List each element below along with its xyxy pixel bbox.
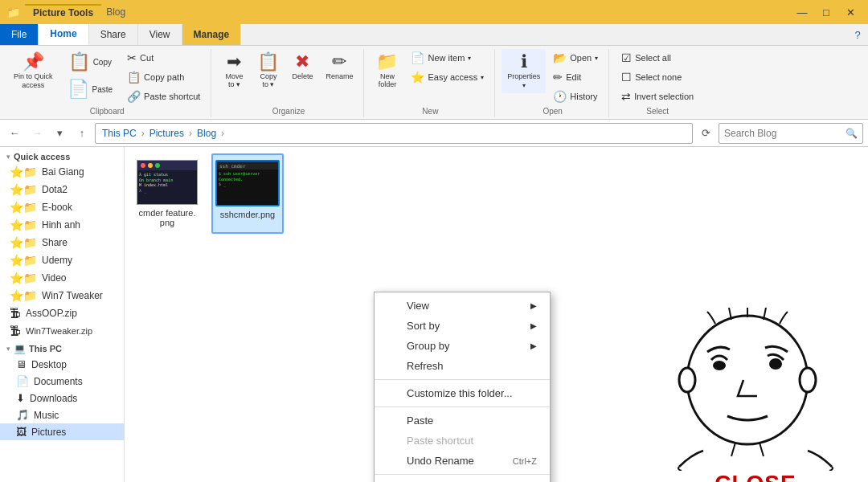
file-assoop-icon: 🗜 bbox=[10, 307, 21, 320]
cmder-filename: cmder feature.png bbox=[137, 208, 197, 227]
folder-udemy-icon: ⭐📁 bbox=[10, 254, 37, 267]
back-button[interactable]: ← bbox=[5, 124, 24, 143]
rename-button[interactable]: ✏ Rename bbox=[320, 49, 358, 84]
close-button[interactable]: ✕ bbox=[839, 4, 862, 20]
breadcrumb-this-pc[interactable]: This PC bbox=[102, 128, 137, 139]
properties-button[interactable]: ℹ Properties ▾ bbox=[502, 49, 546, 93]
tab-manage[interactable]: Manage bbox=[182, 24, 242, 45]
new-item-button[interactable]: 📄 New item ▾ bbox=[405, 49, 489, 67]
quick-access-header[interactable]: ▾ Quick access bbox=[0, 150, 124, 163]
svg-line-5 bbox=[731, 443, 735, 456]
sidebar-item-udemy[interactable]: ⭐📁 Udemy bbox=[0, 251, 124, 269]
files-container: λ git status On branch main M index.html… bbox=[131, 153, 862, 234]
this-pc-header[interactable]: ▾ 💻 This PC bbox=[0, 340, 124, 356]
select-none-button[interactable]: ☐ Select none bbox=[616, 68, 699, 86]
forward-button[interactable]: → bbox=[27, 124, 47, 143]
tab-home[interactable]: Home bbox=[39, 24, 88, 45]
pin-quick-access-button[interactable]: 📌 Pin to Quickaccess bbox=[8, 49, 59, 94]
sidebar-item-baigiang[interactable]: ⭐📁 Bai Giang bbox=[0, 163, 124, 181]
copy-to-button[interactable]: 📋 Copyto ▾ bbox=[252, 49, 285, 92]
paste-button[interactable]: 📄 Paste bbox=[60, 76, 121, 102]
sidebar-item-share[interactable]: ⭐📁 Share bbox=[0, 234, 124, 251]
copy-path-button[interactable]: 📋 Copy path bbox=[121, 68, 206, 86]
sidebar-item-hinhanh[interactable]: ⭐📁 Hinh anh bbox=[0, 216, 124, 234]
maximize-button[interactable]: □ bbox=[815, 4, 837, 20]
ctx-cmder-here[interactable]: A Cmder Here bbox=[375, 478, 550, 482]
ctx-sort-by[interactable]: Sort by ▶ bbox=[375, 316, 550, 336]
edit-button[interactable]: ✏ Edit bbox=[547, 68, 604, 86]
sidebar-item-music[interactable]: 🎵 Music bbox=[0, 406, 124, 423]
quick-access-expand: ▾ bbox=[6, 153, 10, 161]
open-icon: 📂 bbox=[553, 51, 567, 64]
help-button[interactable]: ? bbox=[847, 24, 868, 45]
copy-button[interactable]: 📋 Copy bbox=[60, 49, 121, 75]
title-bar-controls: — □ ✕ bbox=[791, 4, 862, 20]
select-none-label: Select none bbox=[635, 72, 682, 82]
tab-share[interactable]: Share bbox=[89, 24, 138, 45]
sidebar-item-documents[interactable]: 📄 Documents bbox=[0, 373, 124, 390]
easy-access-button[interactable]: ⭐ Easy access ▾ bbox=[405, 68, 489, 86]
ctx-undo-shortcut: Ctrl+Z bbox=[513, 456, 537, 466]
ctx-refresh[interactable]: Refresh bbox=[375, 356, 550, 376]
sidebar-item-win7tweakerzip[interactable]: 🗜 Win7Tweaker.zip bbox=[0, 322, 124, 340]
open-label: Open bbox=[570, 53, 592, 63]
select-all-icon: ☑ bbox=[621, 51, 632, 64]
meme-face-svg bbox=[667, 308, 828, 460]
ctx-undo-rename[interactable]: Undo Rename Ctrl+Z bbox=[375, 451, 550, 471]
sidebar-assoop-label: AssOOP.zip bbox=[26, 308, 77, 319]
this-pc-expand: ▾ bbox=[6, 345, 10, 353]
minimize-button[interactable]: — bbox=[791, 4, 813, 20]
folder-win7tweaker-icon: ⭐📁 bbox=[10, 289, 37, 302]
sidebar-item-assoop[interactable]: 🗜 AssOOP.zip bbox=[0, 304, 124, 322]
select-all-label: Select all bbox=[635, 53, 671, 63]
up-button[interactable]: ↑ bbox=[72, 124, 92, 143]
open-button[interactable]: 📂 Open ▾ bbox=[547, 49, 604, 67]
paste-shortcut-button[interactable]: 🔗 Paste shortcut bbox=[121, 88, 206, 105]
cut-button[interactable]: ✂ Cut bbox=[121, 49, 206, 67]
sidebar-item-ebook[interactable]: ⭐📁 E-book bbox=[0, 198, 124, 216]
invert-selection-button[interactable]: ⇄ Invert selection bbox=[616, 88, 699, 105]
address-field[interactable]: This PC › Pictures › Blog › bbox=[95, 123, 693, 144]
this-pc-label: This PC bbox=[29, 344, 62, 353]
file-sshcmder[interactable]: ssh cmder $ ssh user@server Connected. $… bbox=[211, 153, 284, 234]
cmder-thumbnail: λ git status On branch main M index.html… bbox=[137, 160, 198, 205]
edit-label: Edit bbox=[566, 72, 581, 82]
ctx-paste-shortcut[interactable]: Paste shortcut bbox=[375, 431, 550, 451]
search-box[interactable]: 🔍 bbox=[719, 123, 863, 144]
sidebar-item-dota2[interactable]: ⭐📁 Dota2 bbox=[0, 181, 124, 198]
file-cmder[interactable]: λ git status On branch main M index.html… bbox=[131, 153, 203, 234]
tab-view[interactable]: View bbox=[138, 24, 182, 45]
ctx-group-by[interactable]: Group by ▶ bbox=[375, 336, 550, 356]
refresh-button[interactable]: ⟳ bbox=[696, 124, 715, 143]
breadcrumb-pictures[interactable]: Pictures bbox=[149, 128, 184, 139]
history-button[interactable]: 🕐 History bbox=[547, 88, 604, 105]
ctx-view[interactable]: View ▶ bbox=[375, 296, 550, 316]
select-all-button[interactable]: ☑ Select all bbox=[616, 49, 699, 67]
breadcrumb-blog[interactable]: Blog bbox=[197, 128, 216, 139]
sidebar-item-pictures[interactable]: 🖼 Pictures bbox=[0, 423, 124, 440]
ctx-paste[interactable]: Paste bbox=[375, 411, 550, 431]
sidebar-item-video[interactable]: ⭐📁 Video bbox=[0, 269, 124, 287]
sidebar-win7tweakerzip-label: Win7Tweaker.zip bbox=[26, 326, 92, 336]
delete-button[interactable]: ✖ Delete bbox=[286, 49, 318, 84]
edit-icon: ✏ bbox=[553, 71, 563, 84]
recent-locations-button[interactable]: ▾ bbox=[50, 124, 69, 143]
ctx-refresh-label: Refresh bbox=[407, 360, 444, 372]
ctx-sep1 bbox=[375, 379, 550, 380]
sidebar-pictures-label: Pictures bbox=[31, 427, 66, 438]
search-input[interactable] bbox=[724, 128, 845, 139]
ribbon-group-select: ☑ Select all ☐ Select none ⇄ Invert sele… bbox=[611, 49, 704, 117]
ctx-customize[interactable]: Customize this folder... bbox=[375, 383, 550, 403]
cut-label: Cut bbox=[140, 53, 154, 63]
new-folder-button[interactable]: 📁 Newfolder bbox=[371, 49, 403, 92]
sidebar-item-downloads[interactable]: ⬇ Downloads bbox=[0, 390, 124, 406]
move-to-button[interactable]: ➡ Moveto ▾ bbox=[218, 49, 250, 92]
ctx-view-label: View bbox=[407, 300, 429, 312]
sidebar-item-win7tweaker[interactable]: ⭐📁 Win7 Tweaker bbox=[0, 287, 124, 304]
file-area[interactable]: λ git status On branch main M index.html… bbox=[125, 147, 868, 482]
pin-label: Pin to Quickaccess bbox=[14, 72, 53, 90]
sidebar-item-desktop[interactable]: 🖥 Desktop bbox=[0, 356, 124, 373]
this-pc-icon: 💻 bbox=[14, 343, 26, 354]
tab-file[interactable]: File bbox=[0, 24, 39, 45]
ctx-customize-label: Customize this folder... bbox=[407, 387, 513, 399]
